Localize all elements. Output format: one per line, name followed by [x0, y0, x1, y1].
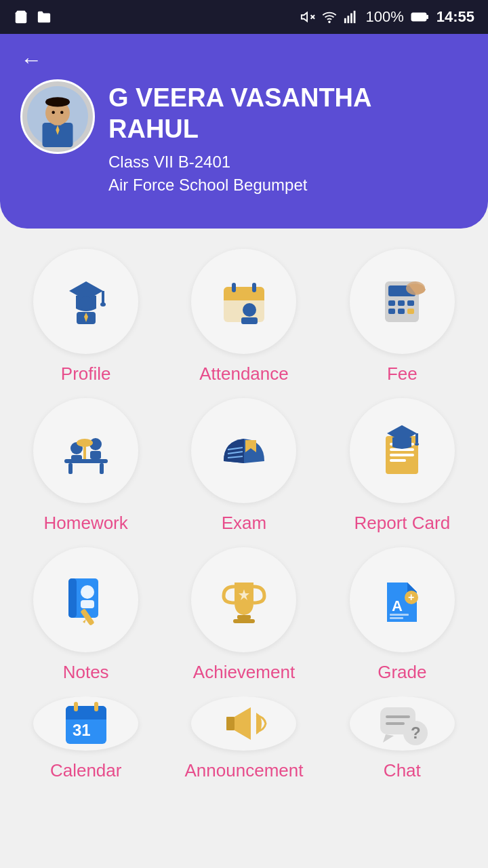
achievement-label: Achievement: [193, 662, 295, 683]
svg-rect-83: [386, 715, 410, 718]
time-display: 14:55: [436, 8, 474, 26]
svg-point-4: [329, 21, 331, 22]
homework-label: Homework: [44, 513, 128, 534]
svg-rect-55: [390, 454, 414, 456]
chat-icon-circle: ?: [350, 696, 455, 751]
svg-rect-41: [68, 463, 73, 474]
attendance-icon-circle: [191, 249, 296, 354]
svg-point-58: [415, 443, 419, 446]
svg-rect-46: [90, 451, 101, 459]
homework-icon-circle: [33, 398, 138, 503]
grid-item-fee[interactable]: Fee: [330, 249, 474, 384]
announcement-icon-circle: [191, 696, 296, 751]
svg-marker-64: [83, 619, 86, 623]
svg-rect-6: [348, 16, 350, 23]
status-right: 100% 14:55: [300, 8, 474, 26]
calendar-label: Calendar: [50, 760, 122, 778]
svg-rect-40: [64, 459, 108, 463]
battery-text: 100%: [365, 8, 403, 26]
svg-rect-66: [233, 619, 255, 623]
grade-icon-circle: A +: [350, 547, 455, 652]
attendance-label: Attendance: [199, 363, 289, 384]
grid-item-grade[interactable]: A + Grade: [330, 547, 474, 683]
exam-icon-circle: [191, 398, 296, 503]
svg-point-48: [77, 439, 93, 447]
svg-point-15: [45, 97, 70, 106]
grid-item-announcement[interactable]: Announcement: [171, 696, 316, 778]
svg-rect-35: [407, 300, 414, 306]
grid-item-homework[interactable]: Homework: [14, 398, 158, 534]
student-class: Class VII B-2401: [108, 153, 468, 172]
svg-rect-56: [390, 459, 406, 462]
svg-rect-5: [344, 18, 346, 23]
svg-marker-1: [302, 13, 307, 22]
svg-point-27: [243, 303, 256, 317]
back-button[interactable]: ←: [20, 47, 42, 73]
svg-point-20: [100, 302, 106, 307]
svg-rect-30: [252, 283, 256, 292]
exam-label: Exam: [222, 513, 266, 534]
announcement-label: Announcement: [185, 760, 304, 778]
svg-rect-33: [388, 300, 395, 306]
svg-rect-10: [426, 15, 428, 19]
grid-item-attendance[interactable]: Attendance: [171, 249, 316, 384]
student-school: Air Force School Begumpet: [108, 176, 468, 195]
notes-icon-circle: [33, 547, 138, 652]
svg-text:?: ?: [411, 724, 421, 742]
header-section: ← G VEERA VASANTHA: [0, 34, 488, 229]
grid-item-notes[interactable]: Notes: [14, 547, 158, 683]
svg-point-16: [52, 111, 55, 114]
svg-rect-8: [354, 11, 356, 23]
svg-rect-37: [398, 309, 405, 314]
fee-icon-circle: [350, 249, 455, 354]
chat-label: Chat: [384, 760, 421, 778]
svg-rect-36: [388, 309, 395, 314]
svg-rect-42: [100, 463, 104, 474]
svg-rect-9: [411, 13, 426, 21]
profile-icon-circle: [33, 249, 138, 354]
status-bar: 100% 14:55: [0, 0, 488, 34]
grid-item-chat[interactable]: ? Chat: [330, 696, 474, 778]
student-name: G VEERA VASANTHA RAHUL: [108, 83, 468, 144]
achievement-icon-circle: [191, 547, 296, 652]
menu-grid: Profile Attendance: [0, 229, 488, 798]
report-card-icon-circle: [350, 398, 455, 503]
grid-item-profile[interactable]: Profile: [14, 249, 158, 384]
grid-item-report-card[interactable]: Report Card: [330, 398, 474, 534]
svg-rect-62: [81, 600, 94, 608]
svg-text:A: A: [392, 597, 403, 614]
svg-rect-19: [102, 291, 104, 303]
grade-label: Grade: [378, 662, 426, 683]
svg-rect-34: [398, 300, 405, 306]
svg-point-21: [79, 296, 93, 310]
fee-label: Fee: [387, 363, 418, 384]
grid-item-calendar[interactable]: 31 Calendar: [14, 696, 158, 778]
svg-text:+: +: [408, 591, 414, 603]
svg-rect-28: [241, 317, 258, 324]
svg-rect-7: [351, 14, 353, 24]
svg-rect-79: [226, 717, 235, 730]
svg-rect-75: [66, 713, 106, 719]
svg-rect-65: [237, 615, 251, 619]
svg-text:31: 31: [73, 721, 91, 739]
svg-rect-26: [224, 295, 264, 300]
calendar-icon-circle: 31: [33, 696, 138, 751]
svg-rect-29: [232, 283, 236, 292]
status-left: [14, 9, 52, 24]
svg-rect-44: [71, 455, 82, 460]
svg-rect-84: [386, 722, 405, 725]
svg-point-61: [81, 585, 94, 599]
svg-rect-78: [94, 702, 98, 711]
svg-rect-72: [390, 617, 403, 619]
svg-rect-38: [407, 309, 414, 314]
svg-rect-60: [68, 578, 77, 618]
svg-rect-71: [390, 614, 409, 616]
grid-item-achievement[interactable]: Achievement: [171, 547, 316, 683]
notes-label: Notes: [63, 662, 109, 683]
report-card-label: Report Card: [354, 513, 451, 534]
grid-item-exam[interactable]: Exam: [171, 398, 316, 534]
svg-rect-57: [415, 433, 418, 443]
avatar: [20, 79, 95, 154]
svg-rect-77: [74, 702, 78, 711]
svg-point-17: [60, 111, 64, 114]
